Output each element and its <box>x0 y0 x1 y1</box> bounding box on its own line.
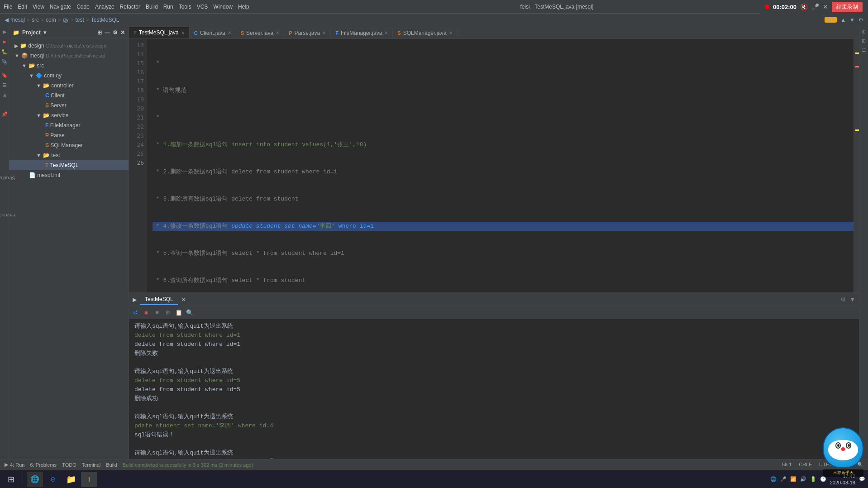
run-tab-run[interactable]: TestMeSQL <box>140 294 178 305</box>
structure-label[interactable]: Structure <box>0 175 17 182</box>
tab-testmesql[interactable]: T TestMeSQL.java ✕ <box>129 27 190 38</box>
debug-icon[interactable]: 🐛 <box>1 48 8 55</box>
taskbar-network-icon[interactable]: 📶 <box>790 476 796 482</box>
taskbar-volume-icon[interactable]: 🔊 <box>800 476 806 482</box>
tree-item-design[interactable]: ▶ 📁 design D:\IdeaProjects\feisi\design <box>9 41 129 51</box>
tree-item-testmesql[interactable]: T TestMeSQL <box>9 160 129 170</box>
code-content[interactable]: * * 语句规范 * * 1.增加一条数据sql语句 insert into s… <box>147 39 854 292</box>
taskbar-mic-icon[interactable]: 🎤 <box>780 476 787 482</box>
taskbar-clock-icon[interactable]: 🕐 <box>820 476 826 482</box>
breadcrumb-mesql[interactable]: mesql <box>10 17 25 23</box>
run-tab-close[interactable]: ✕ <box>181 297 186 303</box>
sidebar-expand-icon[interactable]: ⊞ <box>97 29 102 36</box>
terminal-status[interactable]: Terminal <box>82 462 101 468</box>
nav-icon[interactable]: ◀ <box>5 17 9 23</box>
mic-icon[interactable]: 🎤 <box>811 3 819 10</box>
run-restart-btn[interactable]: ↺ <box>131 308 140 317</box>
taskbar-start-button[interactable]: ⊞ <box>3 472 19 487</box>
tab-parse[interactable]: P Parse.java ✕ <box>284 27 331 38</box>
right-icon-1[interactable]: ⊕ <box>860 28 868 35</box>
tree-item-controller[interactable]: ▼ 📂 controller <box>9 81 129 91</box>
sidebar-collapse-icon[interactable]: — <box>105 29 110 36</box>
run-panel-settings-icon[interactable]: ⚙ <box>840 296 846 303</box>
menu-view[interactable]: View <box>33 4 44 10</box>
stop-recording-button[interactable]: 结束录制 <box>832 2 863 12</box>
menu-run[interactable]: Run <box>163 4 173 10</box>
close-recording-icon[interactable]: ✕ <box>823 3 828 10</box>
attach-icon[interactable]: 📎 <box>1 58 8 65</box>
tree-item-filemanager[interactable]: F FileManager <box>9 120 129 130</box>
tree-item-mesql-iml[interactable]: 📄 mesql.iml <box>9 170 129 180</box>
favorites-label[interactable]: Favorites <box>0 212 17 219</box>
run-status[interactable]: ▶ 4: Run <box>5 462 24 468</box>
mute-icon[interactable]: 🔇 <box>800 3 808 10</box>
build-status[interactable]: Build <box>106 462 117 468</box>
tree-item-client[interactable]: C Client <box>9 91 129 100</box>
run-stop-btn[interactable]: ■ <box>142 308 151 317</box>
bookmark-icon[interactable]: 🔖 <box>1 72 8 79</box>
breadcrumb-test[interactable]: test <box>75 17 84 23</box>
tree-item-server[interactable]: S Server <box>9 100 129 110</box>
todo-status[interactable]: TODO <box>62 462 76 468</box>
taskbar-lang-icon[interactable]: 🌐 <box>770 476 777 482</box>
tab-sqlmanager[interactable]: S SQLManager.java ✕ <box>393 27 457 38</box>
tree-item-mesql[interactable]: ▼ 📦 mesql D:\IdeaProjects\feisi\mesql <box>9 51 129 61</box>
tab-server[interactable]: S Server.java ✕ <box>236 27 284 38</box>
pin-icon[interactable]: 📌 <box>1 110 8 118</box>
hierarchy-icon[interactable]: ⊞ <box>1 91 8 99</box>
tree-item-src[interactable]: ▼ 📂 src <box>9 61 129 71</box>
tree-item-sqlmanager[interactable]: S SQLManager <box>9 140 129 150</box>
editor-scrollbar[interactable] <box>854 39 859 292</box>
tree-item-service[interactable]: ▼ 📂 service <box>9 110 129 120</box>
menu-help[interactable]: Help <box>238 4 249 10</box>
taskbar-edge[interactable]: e <box>45 472 61 487</box>
scroll-down-icon[interactable]: ▼ <box>849 17 855 23</box>
run-dump-btn[interactable]: 📋 <box>174 308 183 317</box>
run-settings-btn[interactable]: ⚙ <box>163 308 172 317</box>
sidebar-settings-icon[interactable]: ⚙ <box>113 29 118 36</box>
run-filter-btn[interactable]: 🔍 <box>185 308 194 317</box>
menu-vcs[interactable]: VCS <box>197 4 208 10</box>
taskbar-chrome[interactable]: 🌐 <box>27 472 43 487</box>
taskbar-notifications-icon[interactable]: 💬 <box>859 476 865 482</box>
menu-build[interactable]: Build <box>146 4 158 10</box>
menu-refactor[interactable]: Refactor <box>120 4 140 10</box>
tree-item-com-qy[interactable]: ▼ 🔷 com.qy <box>9 71 129 81</box>
right-icon-2[interactable]: ⊞ <box>860 37 868 44</box>
tree-item-parse[interactable]: P Parse <box>9 130 129 140</box>
stop-icon[interactable]: ■ <box>1 38 8 45</box>
settings-icon[interactable]: ⚙ <box>858 17 863 23</box>
tree-item-test[interactable]: ▼ 📂 test <box>9 150 129 160</box>
menu-analyze[interactable]: Analyze <box>95 4 114 10</box>
menu-navigate[interactable]: Navigate <box>50 4 71 10</box>
breadcrumb-src[interactable]: src <box>32 17 39 23</box>
code-view[interactable]: 13 14 15 16 17 18 19 20 21 22 23 24 25 2… <box>129 39 859 292</box>
structure-icon[interactable]: ☰ <box>1 81 8 89</box>
breadcrumb-com[interactable]: com <box>46 17 56 23</box>
sidebar-dropdown-icon[interactable]: ▾ <box>43 29 46 36</box>
menu-file[interactable]: File <box>4 4 12 10</box>
breadcrumb-qy[interactable]: qy <box>63 17 69 23</box>
menu-edit[interactable]: Edit <box>18 4 27 10</box>
recording-dot <box>765 5 769 9</box>
run-icon[interactable]: ▶ <box>1 28 8 35</box>
tab-client[interactable]: C Client.java ✕ <box>190 27 236 38</box>
tab-filemanager[interactable]: F FileManager.java ✕ <box>331 27 393 38</box>
menu-tools[interactable]: Tools <box>179 4 191 10</box>
breadcrumb-testmesql[interactable]: TestMeSQL <box>91 17 119 23</box>
run-panel-minimize-icon[interactable]: ▼ <box>849 296 855 303</box>
run-output[interactable]: 请输入sql语句,输入quit为退出系统 delete from student… <box>129 319 859 464</box>
status-bar: ▶ 4: Run 6: Problems TODO Terminal Build… <box>0 459 868 470</box>
sidebar-close-icon[interactable]: ✕ <box>120 29 125 36</box>
taskbar-separator <box>23 474 23 485</box>
menu-window[interactable]: Window <box>213 4 233 10</box>
taskbar-folder[interactable]: 📁 <box>63 472 79 487</box>
run-scroll-btn[interactable]: ≡ <box>153 308 162 317</box>
right-icon-3[interactable]: ☰ <box>860 46 868 53</box>
taskbar-battery-icon[interactable]: 🔋 <box>810 476 816 482</box>
editor-area[interactable]: 13 14 15 16 17 18 19 20 21 22 23 24 25 2… <box>129 39 859 292</box>
problems-status[interactable]: 6: Problems <box>30 462 57 468</box>
taskbar-idea[interactable]: I <box>81 472 97 487</box>
scroll-up-icon[interactable]: ▲ <box>840 17 846 23</box>
menu-code[interactable]: Code <box>76 4 90 10</box>
